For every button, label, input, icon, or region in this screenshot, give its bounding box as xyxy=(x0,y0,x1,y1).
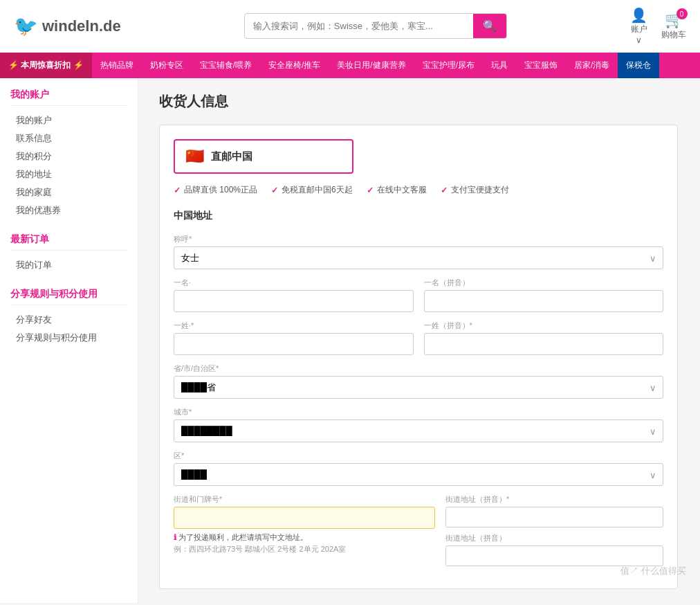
benefit-label-2: 免税直邮中国6天起 xyxy=(282,184,353,196)
street-pinyin-label: 街道地址（拼音）* xyxy=(445,494,663,505)
account-label: 账户 xyxy=(631,24,647,35)
chevron-down-icon: ∨ xyxy=(636,35,642,45)
account-icon: 👤 xyxy=(630,7,647,24)
cart-label: 购物车 xyxy=(661,29,686,41)
last-name-pinyin-input[interactable]: ████████ xyxy=(424,333,664,355)
search-input[interactable] xyxy=(245,15,473,37)
sidebar-item-share-rules[interactable]: 分享规则与积分使用 xyxy=(10,329,127,347)
salutation-select-wrapper: 女士 xyxy=(174,246,663,269)
shipping-option[interactable]: 🇨🇳 直邮中国 xyxy=(174,139,353,174)
logo: 🐦 windeln.de xyxy=(14,15,121,37)
nav-item-flash-sale[interactable]: ⚡ 本周惊喜折扣 ⚡ xyxy=(0,53,92,78)
city-select[interactable]: ████████ xyxy=(174,419,663,442)
benefit-item-2: ✓ 免税直邮中国6天起 xyxy=(271,184,353,196)
street-row: 街道和门牌号* ████████████████████ ℹ 为了投递顺利，此栏… xyxy=(174,494,663,566)
street-pinyin2-input[interactable]: iaoQuRuiXingJie11Hao xyxy=(445,545,663,566)
navbar: ⚡ 本周惊喜折扣 ⚡ 热销品牌 奶粉专区 宝宝辅食/喂养 安全座椅/推车 美妆日… xyxy=(0,53,700,78)
nav-item-food[interactable]: 宝宝辅食/喂养 xyxy=(192,53,260,78)
province-group: 省/市/自治区* ████省 xyxy=(174,363,663,399)
benefit-item-1: ✓ 品牌直供 100%正品 xyxy=(174,184,257,196)
street-group: 街道和门牌号* ████████████████████ ℹ 为了投递顺利，此栏… xyxy=(174,494,435,566)
street-pinyin-input[interactable]: ZhangZhouZhaoShangJuKaiFaQuJiaYuanX xyxy=(445,507,663,527)
sidebar-item-points[interactable]: 我的积分 xyxy=(10,147,127,165)
sidebar-item-family[interactable]: 我的家庭 xyxy=(10,183,127,201)
sidebar-share: 分享规则与积分使用 分享好友 分享规则与积分使用 xyxy=(10,288,127,347)
check-icon-1: ✓ xyxy=(174,186,181,195)
nav-item-carseat[interactable]: 安全座椅/推车 xyxy=(260,53,329,78)
benefit-label-4: 支付宝便捷支付 xyxy=(451,184,509,196)
logo-bird-icon: 🐦 xyxy=(14,15,38,37)
main-layout: 我的账户 我的账户 联系信息 我的积分 我的地址 我的家庭 我的优惠券 最新订单… xyxy=(0,78,700,603)
street-input[interactable]: ████████████████████ xyxy=(174,507,435,529)
nav-item-beauty[interactable]: 美妆日用/健康营养 xyxy=(329,53,414,78)
city-row: 城市* ████████ xyxy=(174,407,663,442)
nav-item-care[interactable]: 宝宝护理/尿布 xyxy=(414,53,483,78)
sidebar-title-my-account: 我的账户 xyxy=(10,89,127,106)
district-select-wrapper: ████ xyxy=(174,463,663,486)
nav-item-clothes[interactable]: 宝宝服饰 xyxy=(516,53,566,78)
shipping-option-label: 直邮中国 xyxy=(211,150,252,163)
cart-button[interactable]: 🛒 0 购物车 xyxy=(661,11,686,41)
cart-icon: 🛒 0 xyxy=(665,11,683,29)
nav-item-toys[interactable]: 玩具 xyxy=(483,53,516,78)
first-name-input[interactable]: ████ xyxy=(174,290,414,312)
benefits-list: ✓ 品牌直供 100%正品 ✓ 免税直邮中国6天起 ✓ 在线中文客服 ✓ 支付宝… xyxy=(174,184,663,196)
salutation-label: 称呼* xyxy=(174,234,663,244)
sidebar-title-share: 分享规则与积分使用 xyxy=(10,288,127,305)
sidebar-item-address[interactable]: 我的地址 xyxy=(10,165,127,183)
firstname-row: 一名· ████ 一名（拼音） ████████ xyxy=(174,278,663,312)
province-select[interactable]: ████省 xyxy=(174,376,663,399)
street-label: 街道和门牌号* xyxy=(174,494,435,505)
street-hint-text: 为了投递顺利，此栏请填写中文地址。 xyxy=(178,533,308,541)
nav-item-brands[interactable]: 热销品牌 xyxy=(92,53,142,78)
main-content: 收货人信息 🇨🇳 直邮中国 ✓ 品牌直供 100%正品 ✓ 免税直邮中国6天起 … xyxy=(138,78,700,603)
last-name-pinyin-group: 一姓（拼音）* ████████ xyxy=(424,320,664,355)
salutation-row: 称呼* 女士 xyxy=(174,234,663,269)
header: 🐦 windeln.de 🔍 👤 账户 ∨ 🛒 0 购物车 xyxy=(0,0,700,53)
street-pinyin-group: 街道地址（拼音）* ZhangZhouZhaoShangJuKaiFaQuJia… xyxy=(445,494,663,566)
last-name-input[interactable]: ██████ xyxy=(174,333,414,355)
province-select-wrapper: ████省 xyxy=(174,376,663,399)
sidebar-item-my-orders[interactable]: 我的订单 xyxy=(10,256,127,274)
nav-item-formula[interactable]: 奶粉专区 xyxy=(142,53,192,78)
sidebar-item-contact[interactable]: 联系信息 xyxy=(10,129,127,147)
china-flag-icon: 🇨🇳 xyxy=(185,147,204,165)
nav-item-home[interactable]: 居家/消毒 xyxy=(566,53,618,78)
address-section-title: 中国地址 xyxy=(174,210,663,226)
check-icon-3: ✓ xyxy=(367,186,374,195)
logo-text: windeln.de xyxy=(42,17,121,35)
district-row: 区* ████ xyxy=(174,451,663,486)
first-name-pinyin-input[interactable]: ████████ xyxy=(424,290,664,312)
sidebar-item-share-friend[interactable]: 分享好友 xyxy=(10,311,127,329)
header-actions: 👤 账户 ∨ 🛒 0 购物车 xyxy=(630,7,686,45)
sidebar-item-account[interactable]: 我的账户 xyxy=(10,111,127,129)
watermark: 值↗ 什么值得买 xyxy=(620,565,686,577)
first-name-pinyin-group: 一名（拼音） ████████ xyxy=(424,278,664,312)
district-group: 区* ████ xyxy=(174,451,663,486)
street-hint: ℹ 为了投递顺利，此栏请填写中文地址。 xyxy=(174,532,435,543)
district-select[interactable]: ████ xyxy=(174,463,663,486)
last-name-pinyin-label: 一姓（拼音）* xyxy=(424,320,664,331)
benefit-item-4: ✓ 支付宝便捷支付 xyxy=(441,184,509,196)
check-icon-2: ✓ xyxy=(271,186,278,195)
last-name-label: 一姓·* xyxy=(174,320,414,331)
search-bar: 🔍 xyxy=(244,13,507,39)
account-button[interactable]: 👤 账户 ∨ xyxy=(630,7,647,45)
search-button[interactable]: 🔍 xyxy=(473,14,506,38)
cart-badge: 0 xyxy=(676,8,688,19)
city-group: 城市* ████████ xyxy=(174,407,663,442)
nav-item-bonded[interactable]: 保税仓 xyxy=(618,53,659,78)
salutation-select[interactable]: 女士 xyxy=(174,246,663,269)
benefit-label-1: 品牌直供 100%正品 xyxy=(184,184,257,196)
check-icon-4: ✓ xyxy=(441,186,448,195)
sidebar-item-coupons[interactable]: 我的优惠券 xyxy=(10,201,127,219)
sidebar-title-orders: 最新订单 xyxy=(10,233,127,251)
street-pinyin2-label: 街道地址（拼音） xyxy=(445,533,663,543)
form-container: 🇨🇳 直邮中国 ✓ 品牌直供 100%正品 ✓ 免税直邮中国6天起 ✓ 在线中文… xyxy=(159,125,678,589)
first-name-group: 一名· ████ xyxy=(174,278,414,312)
province-label: 省/市/自治区* xyxy=(174,363,663,374)
first-name-label: 一名· xyxy=(174,278,414,288)
lastname-row: 一姓·* ██████ 一姓（拼音）* ████████ xyxy=(174,320,663,355)
sidebar: 我的账户 我的账户 联系信息 我的积分 我的地址 我的家庭 我的优惠券 最新订单… xyxy=(0,78,138,603)
benefit-item-3: ✓ 在线中文客服 xyxy=(367,184,427,196)
